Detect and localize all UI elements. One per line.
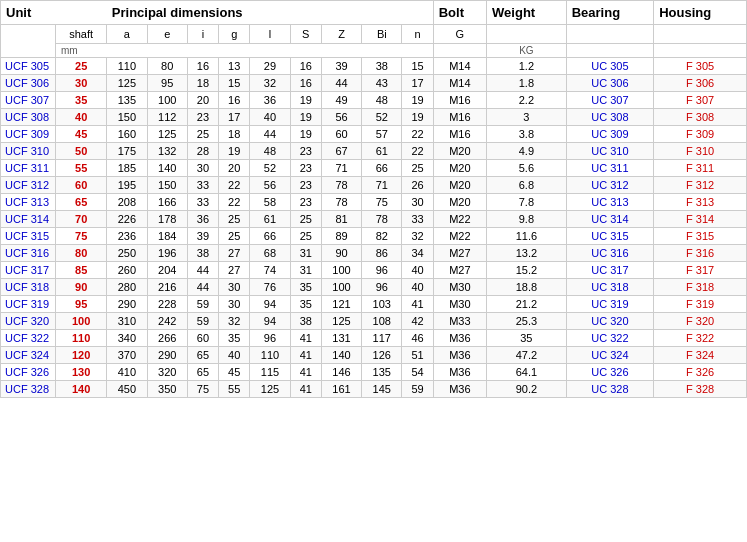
col-header-l: l: [250, 25, 290, 44]
shaft-cell: 90: [56, 279, 107, 296]
e-cell: 80: [147, 58, 187, 75]
g-cell: 55: [219, 381, 250, 398]
bearing-cell: UC 309: [566, 126, 653, 143]
col-header-unit-blank: [1, 25, 56, 44]
bolt-blank: [433, 44, 486, 58]
i-cell: 38: [187, 245, 218, 262]
bolt-header: Bolt: [433, 1, 486, 25]
table-row: UCF 3201003102425932943812510842M3325.3U…: [1, 313, 747, 330]
table-row: UCF 3084015011223174019565219M163UC 308F…: [1, 109, 747, 126]
n-cell: 40: [402, 262, 433, 279]
weight-cell: 6.8: [487, 177, 567, 194]
n-cell: 22: [402, 126, 433, 143]
bi-cell: 96: [362, 262, 402, 279]
z-cell: 78: [321, 194, 361, 211]
bi-cell: 38: [362, 58, 402, 75]
i-cell: 33: [187, 177, 218, 194]
a-cell: 410: [107, 364, 147, 381]
shaft-cell: 40: [56, 109, 107, 126]
s-cell: 16: [290, 75, 321, 92]
housing-cell: F 306: [654, 75, 747, 92]
bolt-cell: M36: [433, 381, 486, 398]
g-cell: 27: [219, 245, 250, 262]
e-cell: 196: [147, 245, 187, 262]
l-cell: 94: [250, 296, 290, 313]
a-cell: 370: [107, 347, 147, 364]
s-cell: 25: [290, 211, 321, 228]
bolt-cell: M36: [433, 364, 486, 381]
g-cell: 45: [219, 364, 250, 381]
g-cell: 35: [219, 330, 250, 347]
shaft-cell: 65: [56, 194, 107, 211]
i-cell: 33: [187, 194, 218, 211]
e-cell: 228: [147, 296, 187, 313]
e-cell: 184: [147, 228, 187, 245]
bearing-cell: UC 314: [566, 211, 653, 228]
bearing-blank: [566, 44, 653, 58]
l-cell: 56: [250, 177, 290, 194]
n-cell: 19: [402, 109, 433, 126]
g-cell: 13: [219, 58, 250, 75]
table-row: UCF 305251108016132916393815M141.2UC 305…: [1, 58, 747, 75]
e-cell: 132: [147, 143, 187, 160]
bolt-cell: M20: [433, 160, 486, 177]
housing-cell: F 308: [654, 109, 747, 126]
e-cell: 112: [147, 109, 187, 126]
bi-cell: 103: [362, 296, 402, 313]
table-row: UCF 3105017513228194823676122M204.9UC 31…: [1, 143, 747, 160]
col-header-z: Z: [321, 25, 361, 44]
bi-cell: 48: [362, 92, 402, 109]
table-row: UCF 31890280216443076351009640M3018.8UC …: [1, 279, 747, 296]
s-cell: 41: [290, 330, 321, 347]
z-cell: 44: [321, 75, 361, 92]
shaft-cell: 70: [56, 211, 107, 228]
n-cell: 41: [402, 296, 433, 313]
unit-cell: UCF 324: [1, 347, 56, 364]
unit-cell: UCF 328: [1, 381, 56, 398]
table-row: UCF 3115518514030205223716625M205.6UC 31…: [1, 160, 747, 177]
bi-cell: 108: [362, 313, 402, 330]
a-cell: 110: [107, 58, 147, 75]
z-cell: 140: [321, 347, 361, 364]
housing-cell: F 319: [654, 296, 747, 313]
g-cell: 30: [219, 296, 250, 313]
bi-cell: 43: [362, 75, 402, 92]
table-row: UCF 3073513510020163619494819M162.2UC 30…: [1, 92, 747, 109]
a-cell: 310: [107, 313, 147, 330]
l-cell: 32: [250, 75, 290, 92]
weight-cell: 11.6: [487, 228, 567, 245]
weight-cell: 1.8: [487, 75, 567, 92]
unit-cell: UCF 309: [1, 126, 56, 143]
dimensions-header: Principal dimensions: [107, 1, 433, 25]
unit-cell: UCF 326: [1, 364, 56, 381]
s-cell: 35: [290, 279, 321, 296]
i-cell: 59: [187, 296, 218, 313]
e-cell: 95: [147, 75, 187, 92]
n-cell: 59: [402, 381, 433, 398]
unit-cell: UCF 306: [1, 75, 56, 92]
n-cell: 22: [402, 143, 433, 160]
l-cell: 36: [250, 92, 290, 109]
housing-cell: F 324: [654, 347, 747, 364]
shaft-cell: 120: [56, 347, 107, 364]
bi-cell: 57: [362, 126, 402, 143]
bearing-cell: UC 308: [566, 109, 653, 126]
g-cell: 30: [219, 279, 250, 296]
bearing-cell: UC 313: [566, 194, 653, 211]
col-header-shaft: shaft: [56, 25, 107, 44]
s-cell: 41: [290, 381, 321, 398]
weight-cell: 21.2: [487, 296, 567, 313]
a-cell: 250: [107, 245, 147, 262]
shaft-header-spacer: [56, 1, 107, 25]
weight-cell: 7.8: [487, 194, 567, 211]
shaft-cell: 100: [56, 313, 107, 330]
a-cell: 135: [107, 92, 147, 109]
bi-cell: 117: [362, 330, 402, 347]
col-header-a: a: [107, 25, 147, 44]
bearing-cell: UC 322: [566, 330, 653, 347]
s-cell: 23: [290, 177, 321, 194]
i-cell: 59: [187, 313, 218, 330]
weight-cell: 9.8: [487, 211, 567, 228]
housing-cell: F 322: [654, 330, 747, 347]
n-cell: 30: [402, 194, 433, 211]
